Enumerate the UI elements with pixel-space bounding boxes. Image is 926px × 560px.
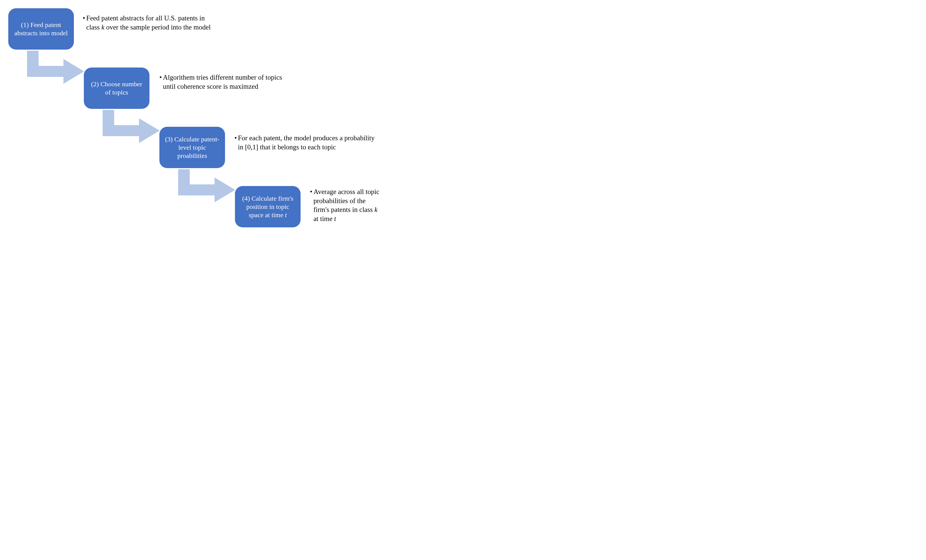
step-2-label: (2) Choose number of topics — [88, 80, 145, 97]
step-3-box: (3) Calculate patent-level topic proabil… — [159, 127, 225, 168]
step-4-description: • Average across all topic probabilities… — [310, 187, 382, 223]
step-1-description: • Feed patent abstracts for all U.S. pat… — [83, 14, 212, 32]
step-2-desc-text: Algorithem tries different number of top… — [163, 73, 289, 91]
bullet-icon: • — [83, 14, 85, 23]
step-4-label: (4) Calculate firm's position in topic s… — [239, 194, 297, 219]
process-flow-diagram: (1) Feed patent abstracts into model • F… — [8, 8, 383, 248]
step-4-desc-text: Average across all topic probabilities o… — [313, 187, 382, 223]
bullet-icon: • — [159, 73, 162, 82]
arrow-step-3-to-4 — [170, 169, 235, 209]
step-3-desc-text: For each patent, the model produces a pr… — [238, 134, 378, 152]
bullet-icon: • — [310, 187, 312, 196]
step-1-box: (1) Feed patent abstracts into model — [8, 8, 74, 50]
step-2-description: • Algorithem tries different number of t… — [159, 73, 289, 91]
step-4-box: (4) Calculate firm's position in topic s… — [235, 186, 301, 227]
bullet-icon: • — [235, 134, 237, 143]
step-2-box: (2) Choose number of topics — [84, 68, 150, 109]
step-3-label: (3) Calculate patent-level topic proabil… — [163, 135, 221, 160]
step-1-desc-text: Feed patent abstracts for all U.S. paten… — [86, 14, 212, 32]
step-1-label: (1) Feed patent abstracts into model — [12, 21, 70, 37]
arrow-step-2-to-3 — [95, 110, 160, 150]
arrow-step-1-to-2 — [19, 51, 84, 91]
step-3-description: • For each patent, the model produces a … — [235, 134, 378, 152]
